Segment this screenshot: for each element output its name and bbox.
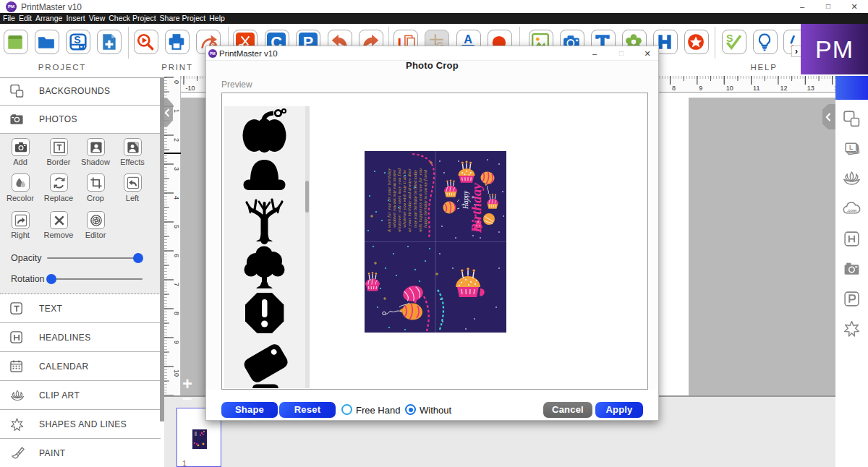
svg-text:with happiness and love for yo: with happiness and love for you xyxy=(417,168,422,232)
svg-text:8: 8 xyxy=(672,85,676,92)
svg-text:3: 3 xyxy=(173,167,180,171)
svg-text:may your birthday be filled to: may your birthday be filled today xyxy=(412,170,417,228)
svg-text:A: A xyxy=(464,33,472,46)
svg-text:happy birthday to you my frien: happy birthday to you my friend xyxy=(422,169,427,228)
svg-text:4: 4 xyxy=(173,196,180,200)
svg-text:.com: .com xyxy=(847,208,856,213)
svg-text:on your birthday and always de: on your birthday and always dear xyxy=(407,168,412,232)
svg-text:9: 9 xyxy=(699,85,702,92)
svg-text:11: 11 xyxy=(753,85,760,92)
svg-text:-10: -10 xyxy=(186,85,195,92)
svg-text:S: S xyxy=(74,33,80,45)
svg-text:5: 5 xyxy=(173,225,180,228)
svg-text:10: 10 xyxy=(726,85,733,92)
svg-text:6: 6 xyxy=(173,254,180,257)
svg-text:13: 13 xyxy=(807,85,814,92)
svg-text:S: S xyxy=(726,33,733,44)
svg-text:10: 10 xyxy=(173,369,180,377)
svg-text:whatever you ask may you recei: whatever you ask may you receive xyxy=(391,170,396,228)
svg-text:7: 7 xyxy=(173,283,180,286)
svg-text:9: 9 xyxy=(173,340,180,344)
svg-text:whatever you wish may it all b: whatever you wish may it all be xyxy=(401,170,407,228)
svg-text:L: L xyxy=(849,144,853,151)
svg-text:8: 8 xyxy=(173,312,180,315)
svg-text:0: 0 xyxy=(173,80,180,84)
svg-text:1: 1 xyxy=(173,109,180,113)
svg-text:12: 12 xyxy=(780,85,787,92)
svg-text:2: 2 xyxy=(173,138,180,142)
svg-text:whatever you seek may you find: whatever you seek may you find xyxy=(396,168,401,232)
